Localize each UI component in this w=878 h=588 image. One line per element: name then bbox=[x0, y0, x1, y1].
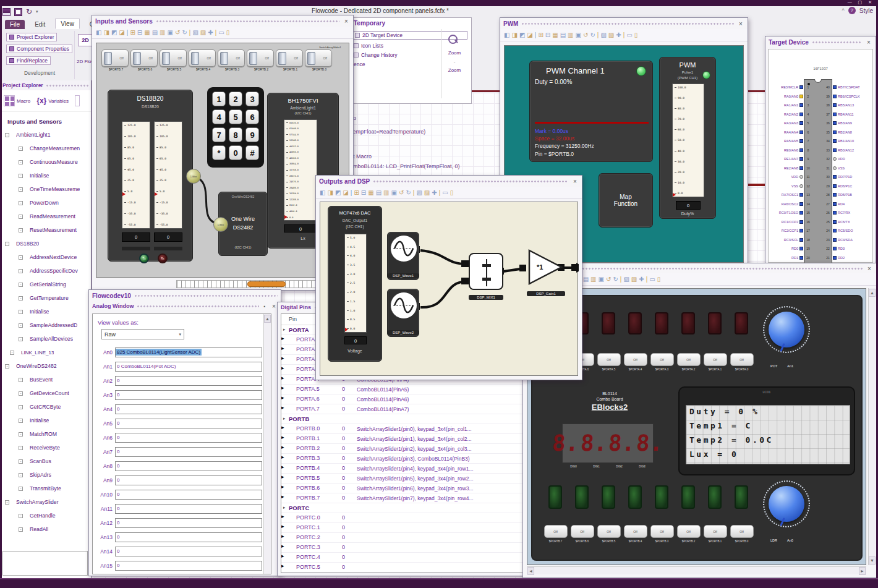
chip-pin[interactable]: RE0/AN6 8 bbox=[770, 146, 812, 155]
chevron-down-icon[interactable]: ▾ bbox=[36, 9, 38, 14]
toolbar-icon[interactable]: | bbox=[597, 32, 599, 38]
slide-switch[interactable]: Off bbox=[160, 49, 187, 67]
toolbar-icon[interactable]: ▤ bbox=[376, 190, 381, 196]
toolbar-icon[interactable]: ↻ bbox=[613, 276, 618, 283]
view-mode-dropdown[interactable]: Raw ▾ bbox=[101, 329, 184, 339]
keypad-key[interactable]: * bbox=[212, 145, 226, 160]
tree-item[interactable]: - OneWireDS2482 bbox=[12, 359, 91, 373]
refresh-icon[interactable]: ↻ bbox=[26, 8, 32, 15]
expander-icon[interactable]: - bbox=[19, 228, 23, 232]
expander-icon[interactable]: - bbox=[19, 269, 23, 273]
expander-icon[interactable]: - bbox=[19, 160, 23, 164]
toolbar-icon[interactable]: | bbox=[535, 32, 537, 38]
toolbar-icon[interactable]: ▤ bbox=[560, 32, 566, 38]
component-properties-button[interactable]: Component Properties bbox=[6, 45, 72, 53]
expander-icon[interactable]: - bbox=[19, 310, 23, 314]
toolbar-icon[interactable]: ▧ bbox=[192, 30, 198, 36]
tree-item[interactable]: - AddressNextDevice bbox=[26, 250, 91, 264]
tree-item[interactable]: - AmbientLight1 bbox=[12, 128, 91, 142]
tree-item[interactable]: - ResetMeasurement bbox=[26, 223, 91, 237]
analog-value-field[interactable]: 0 bbox=[115, 419, 262, 428]
expander-icon[interactable]: - bbox=[19, 283, 23, 287]
analog-value-field[interactable]: 0 bbox=[115, 404, 262, 414]
toolbar-icon[interactable]: ▥ bbox=[160, 30, 165, 36]
off-button[interactable]: Off bbox=[597, 525, 621, 538]
off-button[interactable]: Off bbox=[624, 353, 647, 366]
analog-value-field[interactable]: 0 bbox=[115, 518, 262, 528]
macro-button[interactable]: Macro bbox=[4, 95, 30, 106]
chip-pin[interactable]: 26 RC7/RX bbox=[824, 208, 875, 218]
chip-pin[interactable]: 22 RD3 bbox=[824, 244, 875, 254]
off-button[interactable]: Off bbox=[730, 525, 754, 538]
expander-icon[interactable]: - bbox=[19, 201, 23, 205]
expander-icon[interactable]: - bbox=[19, 174, 23, 178]
keypad-key[interactable]: 3 bbox=[245, 92, 259, 106]
slide-switch[interactable]: Off bbox=[305, 49, 332, 67]
toolbar-icon[interactable]: | bbox=[623, 32, 625, 38]
analog-value-field[interactable]: 825 ComboBL0114(LightSensor ADC) bbox=[115, 347, 262, 357]
off-button[interactable]: Off bbox=[650, 525, 674, 538]
toolbar-icon[interactable]: ▤ bbox=[152, 30, 158, 36]
off-button[interactable]: Off bbox=[677, 525, 701, 538]
toolbar-icon[interactable]: | bbox=[215, 30, 217, 36]
chip-pin[interactable]: 34 RB1/AN10 bbox=[824, 137, 875, 146]
chip-pin[interactable]: RC1/CCP2 16 bbox=[770, 218, 812, 227]
scroll-up-icon[interactable]: ▲ bbox=[869, 289, 876, 297]
tab-view[interactable]: View bbox=[55, 19, 80, 29]
toolbar-icon[interactable]: ▣ bbox=[599, 276, 604, 283]
toolbar-icon[interactable]: ▥ bbox=[383, 190, 389, 196]
tab-edit[interactable]: Edit bbox=[30, 20, 50, 29]
expander-icon[interactable]: - bbox=[19, 473, 23, 477]
toolbar-icon[interactable]: ▧ bbox=[623, 276, 629, 283]
keypad-key[interactable]: 1 bbox=[212, 92, 226, 106]
analog-value-field[interactable]: 0 bbox=[115, 490, 262, 500]
expander-icon[interactable]: - bbox=[19, 405, 23, 409]
chip-pin[interactable]: VDD 11 bbox=[770, 173, 812, 182]
tree-item[interactable]: - GetCRCByte bbox=[26, 400, 91, 414]
toolbar-icon[interactable]: ✚ bbox=[616, 32, 621, 38]
light-gauge[interactable]: 65535.061440.057344.053248.049152.045056… bbox=[284, 119, 317, 221]
tree-item[interactable]: - Initialise bbox=[26, 414, 91, 427]
analog-value-field[interactable]: 0 bbox=[115, 504, 262, 514]
expander-icon[interactable]: - bbox=[5, 133, 9, 137]
close-icon[interactable]: × bbox=[866, 265, 873, 272]
tree-item[interactable]: - ContinuousMeasure bbox=[26, 155, 91, 169]
toolbar-icon[interactable]: | bbox=[646, 276, 648, 283]
zoom-icon[interactable] bbox=[448, 34, 459, 45]
switch-knob[interactable] bbox=[278, 52, 286, 65]
keypad-key[interactable]: 8 bbox=[229, 127, 242, 142]
off-button[interactable]: Off bbox=[544, 525, 568, 538]
toolbar-icon[interactable]: ⊞ bbox=[538, 32, 543, 38]
expander-icon[interactable]: - bbox=[19, 419, 23, 423]
toolbar-icon[interactable]: ◩ bbox=[519, 32, 525, 38]
switch-knob[interactable] bbox=[162, 52, 170, 65]
off-button[interactable]: Off bbox=[597, 353, 621, 366]
analog-value-field[interactable]: 0 bbox=[115, 532, 262, 542]
chip-pin[interactable]: 28 RD5/P1B bbox=[824, 190, 875, 200]
chip-pin[interactable]: 40 RB7/ICSPDAT bbox=[824, 83, 875, 92]
chip-pin[interactable]: 31 VSS bbox=[824, 164, 875, 173]
toolbar-icon[interactable]: ✚ bbox=[639, 276, 644, 283]
toolbar-icon[interactable]: ↻ bbox=[182, 30, 187, 36]
toolbar-icon[interactable]: ▨ bbox=[608, 32, 614, 38]
toolbar-icon[interactable]: ▦ bbox=[552, 32, 558, 38]
tree-item[interactable]: - LINK_LINE_13 bbox=[17, 346, 91, 359]
toolbar-icon[interactable]: ◪ bbox=[119, 30, 124, 36]
switch-knob[interactable] bbox=[191, 52, 199, 65]
tree-item[interactable]: - OneTimeMeasureme bbox=[26, 182, 91, 196]
onewire-connector[interactable]: 1-Wire bbox=[186, 169, 201, 184]
tree-item[interactable]: - AddressSpecificDev bbox=[26, 264, 91, 278]
keypad-key[interactable]: 6 bbox=[245, 109, 259, 124]
tree-item[interactable]: - GetDeviceCount bbox=[26, 386, 91, 400]
tree-item[interactable]: - MatchROM bbox=[26, 427, 91, 441]
project-icon[interactable] bbox=[14, 8, 22, 16]
chip-pin[interactable]: RE1/AN7 9 bbox=[770, 155, 812, 164]
chip-pin[interactable]: RA0/AN0 2 bbox=[770, 92, 812, 101]
dsp-wave2-block[interactable]: DSP_Wave2 bbox=[387, 289, 419, 337]
chip-pin[interactable]: RA3/AN3 5 bbox=[770, 119, 812, 128]
toolbar-icon[interactable]: ▯ bbox=[450, 190, 454, 196]
analog-value-field[interactable]: 0 bbox=[115, 461, 262, 471]
expander-icon[interactable]: - bbox=[19, 391, 23, 396]
toolbar-icon[interactable]: ⊟ bbox=[361, 190, 366, 196]
variables-button[interactable]: {x} Variables bbox=[36, 96, 69, 105]
